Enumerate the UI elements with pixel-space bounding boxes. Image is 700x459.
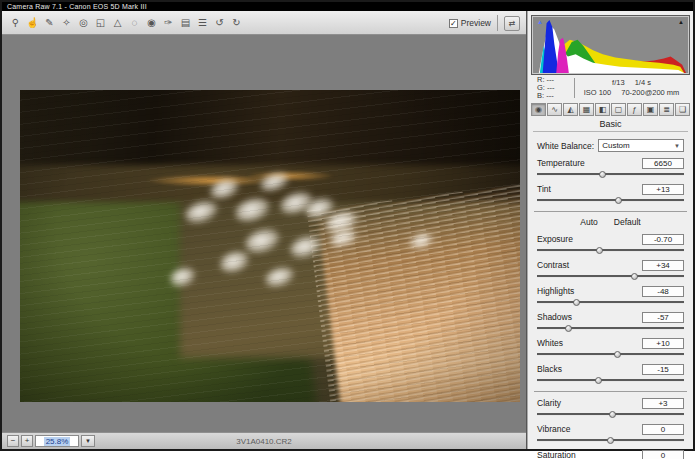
white-balance-tool-icon[interactable]: ✎ bbox=[42, 14, 57, 31]
slider-handle[interactable] bbox=[595, 377, 602, 384]
color-sampler-tool-icon[interactable]: ✧ bbox=[59, 14, 74, 31]
temperature-value[interactable]: 6650 bbox=[642, 158, 684, 169]
shadows-slider[interactable] bbox=[537, 324, 684, 332]
highlights-value[interactable]: -48 bbox=[642, 286, 684, 297]
slider-handle[interactable] bbox=[631, 273, 638, 280]
preview-checkbox[interactable]: ✓ bbox=[449, 19, 458, 28]
vibrance-slider[interactable] bbox=[537, 436, 684, 444]
rotate-right-icon[interactable]: ↻ bbox=[229, 14, 244, 31]
blacks-label: Blacks bbox=[537, 364, 562, 374]
tab-camera-calibration[interactable]: ▣ bbox=[643, 103, 658, 116]
clarity-value[interactable]: +3 bbox=[642, 398, 684, 409]
whites-value[interactable]: +10 bbox=[642, 338, 684, 349]
chevron-down-icon: ▼ bbox=[674, 140, 680, 151]
targeted-adjustment-tool-icon[interactable]: ◎ bbox=[76, 14, 91, 31]
toolbar-separator bbox=[497, 15, 498, 31]
highlights-slider[interactable] bbox=[537, 298, 684, 306]
exposure-value[interactable]: -0.70 bbox=[642, 234, 684, 245]
saturation-label: Saturation bbox=[537, 450, 576, 459]
vibrance-label: Vibrance bbox=[537, 424, 570, 434]
slider-handle[interactable] bbox=[599, 171, 606, 178]
section-divider bbox=[534, 391, 687, 392]
tab-hsl-grayscale[interactable]: ▦ bbox=[579, 103, 594, 116]
tab-detail[interactable]: ◭ bbox=[563, 103, 578, 116]
saturation-value[interactable]: 0 bbox=[642, 450, 684, 459]
image-canvas bbox=[2, 36, 526, 432]
rgb-b-readout: B: --- bbox=[537, 92, 574, 100]
exif-shutter: 1/4 s bbox=[631, 78, 655, 87]
camera-raw-window: Camera Raw 7.1 - Canon EOS 5D Mark III ⚲… bbox=[0, 0, 695, 451]
window-titlebar[interactable]: Camera Raw 7.1 - Canon EOS 5D Mark III bbox=[2, 2, 693, 11]
preview-pane: ⚲ ☝ ✎ ✧ ◎ ◱ △ ◌ ◉ ✑ ▤ ☰ ↺ ↻ ✓ bbox=[2, 11, 527, 449]
slider-handle[interactable] bbox=[565, 325, 572, 332]
graduated-filter-tool-icon[interactable]: ▤ bbox=[178, 14, 193, 31]
statusbar: − + 25.8% ▼ 3V1A0410.CR2 bbox=[2, 432, 526, 449]
hand-tool-icon[interactable]: ☝ bbox=[25, 14, 40, 31]
zoom-level-field[interactable]: 25.8% bbox=[35, 435, 79, 447]
spot-removal-tool-icon[interactable]: ◌ bbox=[127, 14, 142, 31]
vibrance-value[interactable]: 0 bbox=[642, 424, 684, 435]
histogram: ▲ ▲ bbox=[531, 15, 690, 75]
shadows-value[interactable]: -57 bbox=[642, 312, 684, 323]
red-eye-tool-icon[interactable]: ◉ bbox=[144, 14, 159, 31]
highlight-clipping-indicator[interactable]: ▲ bbox=[676, 18, 686, 26]
tab-basic[interactable]: ◉ bbox=[531, 103, 546, 116]
auto-link[interactable]: Auto bbox=[580, 217, 598, 228]
exif-iso: ISO 100 bbox=[580, 88, 616, 97]
adjustments-panel: ▲ ▲ R: --- G: --- B: --- f/13 1/4 s ISO … bbox=[527, 11, 693, 449]
zoom-level-dropdown[interactable]: ▼ bbox=[81, 435, 95, 447]
window-title: Camera Raw 7.1 - Canon EOS 5D Mark III bbox=[7, 3, 147, 10]
straighten-tool-icon[interactable]: △ bbox=[110, 14, 125, 31]
tab-tone-curve[interactable]: ∿ bbox=[547, 103, 562, 116]
rotate-left-icon[interactable]: ↺ bbox=[212, 14, 227, 31]
shadow-clipping-indicator[interactable]: ▲ bbox=[535, 18, 545, 26]
fullscreen-toggle-button[interactable]: ⇄ bbox=[504, 16, 520, 31]
slider-handle[interactable] bbox=[614, 351, 621, 358]
zoom-tool-icon[interactable]: ⚲ bbox=[8, 14, 23, 31]
zoom-in-button[interactable]: + bbox=[21, 435, 33, 447]
whites-slider[interactable] bbox=[537, 350, 684, 358]
slider-handle[interactable] bbox=[596, 247, 603, 254]
basic-section-title: Basic bbox=[533, 116, 688, 132]
shadows-label: Shadows bbox=[537, 312, 572, 322]
white-balance-label: White Balance: bbox=[537, 141, 594, 151]
exif-readout: R: --- G: --- B: --- f/13 1/4 s ISO 100 … bbox=[531, 75, 690, 101]
slider-handle[interactable] bbox=[615, 197, 622, 204]
clarity-slider[interactable] bbox=[537, 410, 684, 418]
contrast-slider[interactable] bbox=[537, 272, 684, 280]
preferences-icon[interactable]: ☰ bbox=[195, 14, 210, 31]
tint-label: Tint bbox=[537, 184, 551, 194]
exposure-slider[interactable] bbox=[537, 246, 684, 254]
photo-preview[interactable] bbox=[20, 90, 520, 402]
tint-value[interactable]: +13 bbox=[642, 184, 684, 195]
exposure-label: Exposure bbox=[537, 234, 573, 244]
zoom-out-button[interactable]: − bbox=[7, 435, 19, 447]
tab-split-toning[interactable]: ◧ bbox=[595, 103, 610, 116]
tab-presets[interactable]: ≣ bbox=[659, 103, 674, 116]
panel-tabstrip: ◉ ∿ ◭ ▦ ◧ ▢ ƒ ▣ ≣ ❏ bbox=[531, 103, 690, 116]
contrast-value[interactable]: +34 bbox=[642, 260, 684, 271]
temperature-label: Temperature bbox=[537, 158, 585, 168]
clarity-label: Clarity bbox=[537, 398, 561, 408]
preview-label: Preview bbox=[461, 18, 491, 28]
tab-snapshots[interactable]: ❏ bbox=[675, 103, 690, 116]
default-link[interactable]: Default bbox=[614, 217, 641, 228]
exif-lens: 70-200@200 mm bbox=[617, 88, 683, 97]
toolbar: ⚲ ☝ ✎ ✧ ◎ ◱ △ ◌ ◉ ✑ ▤ ☰ ↺ ↻ ✓ bbox=[2, 11, 526, 35]
temperature-slider[interactable] bbox=[537, 170, 684, 178]
blacks-slider[interactable] bbox=[537, 376, 684, 384]
adjustment-brush-tool-icon[interactable]: ✑ bbox=[161, 14, 176, 31]
tint-slider[interactable] bbox=[537, 196, 684, 204]
white-balance-select[interactable]: Custom ▼ bbox=[598, 139, 684, 152]
highlights-label: Highlights bbox=[537, 286, 574, 296]
slider-handle[interactable] bbox=[609, 411, 616, 418]
tab-effects[interactable]: ƒ bbox=[627, 103, 642, 116]
slider-handle[interactable] bbox=[573, 299, 580, 306]
slider-handle[interactable] bbox=[607, 437, 614, 444]
contrast-label: Contrast bbox=[537, 260, 569, 270]
tab-lens-corrections[interactable]: ▢ bbox=[611, 103, 626, 116]
histogram-graph bbox=[533, 17, 688, 73]
blacks-value[interactable]: -15 bbox=[642, 364, 684, 375]
section-divider bbox=[534, 211, 687, 212]
crop-tool-icon[interactable]: ◱ bbox=[93, 14, 108, 31]
